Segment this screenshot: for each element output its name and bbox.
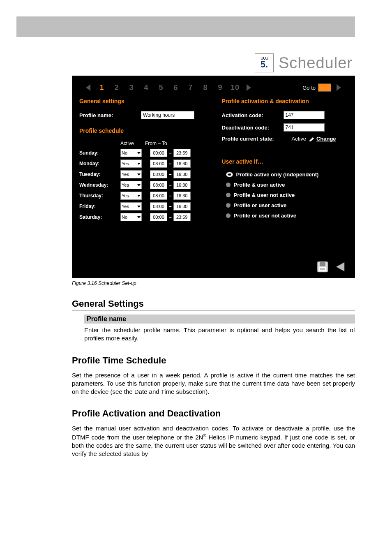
radio-label: Profile & user not active bbox=[234, 192, 295, 198]
doc-subheading-profile-name: Profile name bbox=[84, 314, 355, 324]
pager-item-2[interactable]: 2 bbox=[111, 83, 123, 92]
pager-item-5[interactable]: 5 bbox=[155, 83, 167, 92]
pager-item-8[interactable]: 8 bbox=[199, 83, 212, 92]
radio-icon bbox=[226, 193, 231, 197]
pager-prev-button[interactable] bbox=[84, 83, 93, 92]
svg-marker-1 bbox=[247, 84, 251, 91]
pager-item-6[interactable]: 6 bbox=[170, 83, 182, 92]
schedule-row: Tuesday:Yes08:00–16:30 bbox=[79, 170, 205, 178]
svg-marker-3 bbox=[309, 137, 314, 141]
schedule-from-input[interactable]: 00:00 bbox=[150, 213, 167, 221]
schedule-day-label: Sunday: bbox=[79, 150, 120, 156]
schedule-head-active: Active bbox=[120, 141, 145, 146]
scheduler-panel: 1 2 3 4 5 6 7 8 9 10 Go to bbox=[72, 76, 355, 278]
back-button[interactable] bbox=[334, 260, 348, 274]
schedule-to-input[interactable]: 23:59 bbox=[173, 149, 191, 157]
schedule-to-input[interactable]: 16:30 bbox=[173, 170, 191, 178]
change-label: Change bbox=[316, 136, 336, 142]
schedule-active-select[interactable]: No bbox=[120, 213, 142, 221]
figure-caption: Figure 3.16 Scheduler Set-up bbox=[72, 280, 355, 286]
svg-rect-6 bbox=[319, 267, 326, 271]
schedule-day-label: Tuesday: bbox=[79, 171, 120, 177]
user-active-option[interactable]: Profile & user active bbox=[226, 182, 348, 188]
pager-item-1[interactable]: 1 bbox=[96, 83, 108, 92]
radio-label: Profile or user not active bbox=[234, 213, 296, 219]
profile-name-label: Profile name: bbox=[79, 112, 141, 118]
pager-next-button[interactable] bbox=[244, 83, 253, 92]
schedule-active-select[interactable]: Yes bbox=[120, 160, 142, 168]
activation-title: Profile activation & deactivation bbox=[222, 98, 348, 104]
pager-item-9[interactable]: 9 bbox=[214, 83, 226, 92]
activation-code-input[interactable] bbox=[284, 111, 325, 119]
activation-code-label: Activation code: bbox=[222, 112, 284, 118]
goto-label: Go to bbox=[302, 85, 316, 91]
schedule-active-select[interactable]: Yes bbox=[120, 170, 142, 178]
schedule-from-input[interactable]: 08:00 bbox=[150, 192, 167, 200]
schedule-day-label: Friday: bbox=[79, 204, 120, 209]
state-label: Profile current state: bbox=[222, 136, 292, 142]
registered-symbol: ® bbox=[203, 433, 206, 438]
schedule-from-input[interactable]: 00:00 bbox=[150, 149, 167, 157]
user-active-option[interactable]: Profile or user not active bbox=[226, 213, 348, 219]
radio-label: Profile or user active bbox=[234, 202, 287, 208]
schedule-day-label: Monday: bbox=[79, 161, 120, 166]
pager-item-4[interactable]: 4 bbox=[140, 83, 152, 92]
pencil-icon bbox=[309, 136, 315, 141]
radio-label: Profile & user active bbox=[234, 182, 285, 188]
schedule-active-select[interactable]: Yes bbox=[120, 181, 142, 189]
profile-pager: 1 2 3 4 5 6 7 8 9 10 Go to bbox=[79, 81, 348, 98]
schedule-from-input[interactable]: 08:00 bbox=[150, 160, 167, 168]
profile-name-input[interactable] bbox=[141, 111, 194, 119]
user-active-option[interactable]: Profile active only (independent) bbox=[226, 171, 348, 178]
schedule-row: Thursday:Yes08:00–16:30 bbox=[79, 192, 205, 200]
schedule-active-select[interactable]: Yes bbox=[120, 192, 142, 200]
app-title: Scheduler bbox=[279, 54, 353, 72]
pager-item-7[interactable]: 7 bbox=[184, 83, 197, 92]
general-settings-title: General settings bbox=[79, 98, 205, 104]
schedule-from-input[interactable]: 08:00 bbox=[150, 202, 167, 210]
pager-item-10[interactable]: 10 bbox=[229, 83, 241, 92]
schedule-row: Wednesday:Yes08:00–16:30 bbox=[79, 181, 205, 189]
schedule-to-input[interactable]: 23:59 bbox=[173, 213, 191, 221]
app-header: ᑌᑌᑌ 5. Scheduler bbox=[72, 49, 355, 76]
pager-item-3[interactable]: 3 bbox=[125, 83, 138, 92]
schedule-row: Saturday:No00:00–23:59 bbox=[79, 213, 205, 221]
radio-icon bbox=[226, 203, 231, 208]
doc-heading-general: General Settings bbox=[72, 298, 355, 310]
svg-marker-9 bbox=[336, 262, 344, 271]
save-button[interactable] bbox=[316, 260, 330, 274]
doc-heading-activation: Profile Activation and Deactivation bbox=[72, 408, 355, 420]
user-active-option[interactable]: Profile & user not active bbox=[226, 192, 348, 198]
schedule-to-input[interactable]: 16:30 bbox=[173, 160, 191, 168]
schedule-active-select[interactable]: No bbox=[120, 149, 142, 157]
user-active-title: User active if… bbox=[222, 158, 348, 165]
change-state-button[interactable]: Change bbox=[309, 136, 336, 142]
svg-rect-5 bbox=[320, 262, 325, 266]
deactivation-code-input[interactable] bbox=[284, 123, 325, 132]
schedule-row: Sunday:No00:00–23:59 bbox=[79, 149, 205, 157]
scheduler-icon: ᑌᑌᑌ 5. bbox=[255, 53, 274, 72]
schedule-to-input[interactable]: 16:30 bbox=[173, 192, 191, 200]
schedule-from-input[interactable]: 08:00 bbox=[150, 170, 167, 178]
schedule-day-label: Thursday: bbox=[79, 193, 120, 199]
schedule-head-fromto: From – To bbox=[145, 141, 205, 146]
doc-text: Set the manual user activation and deact… bbox=[72, 424, 355, 458]
user-active-option[interactable]: Profile or user active bbox=[226, 202, 348, 208]
svg-marker-2 bbox=[337, 84, 341, 91]
radio-icon bbox=[226, 213, 231, 218]
svg-marker-0 bbox=[86, 84, 90, 91]
schedule-to-input[interactable]: 16:30 bbox=[173, 202, 191, 210]
schedule-active-select[interactable]: Yes bbox=[120, 202, 142, 210]
calendar-number: 5. bbox=[261, 60, 268, 69]
page-header-bar bbox=[16, 16, 355, 37]
goto-input[interactable] bbox=[318, 83, 331, 92]
schedule-to-input[interactable]: 16:30 bbox=[173, 181, 191, 189]
goto-button[interactable] bbox=[334, 83, 343, 92]
state-value: Active bbox=[292, 136, 306, 142]
schedule-day-label: Wednesday: bbox=[79, 182, 120, 188]
doc-text: Set the presence of a user in a week per… bbox=[72, 371, 355, 396]
deactivation-code-label: Deactivation code: bbox=[222, 125, 284, 131]
schedule-from-input[interactable]: 08:00 bbox=[150, 181, 167, 189]
radio-icon bbox=[226, 172, 233, 177]
profile-schedule-title: Profile schedule bbox=[79, 127, 205, 134]
